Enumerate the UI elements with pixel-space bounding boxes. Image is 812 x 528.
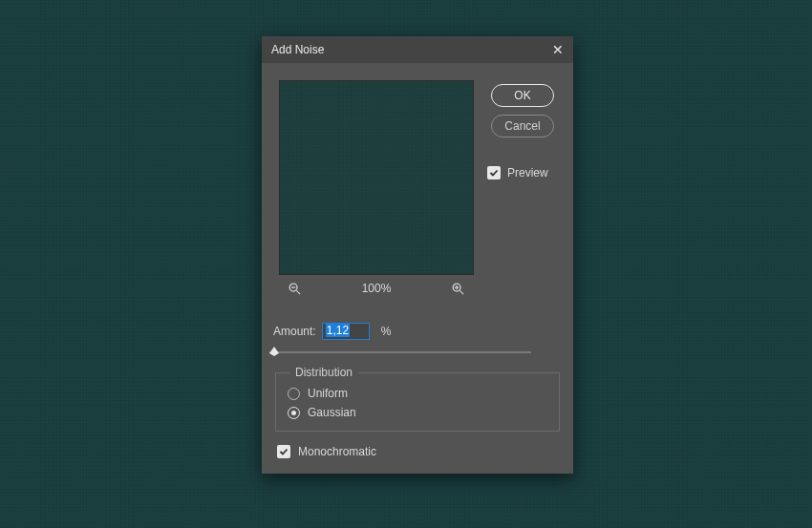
radio-uniform-label: Uniform [308,387,348,400]
zoom-in-icon[interactable] [451,281,466,296]
amount-slider[interactable] [269,346,531,359]
preview-label: Preview [507,166,548,180]
distribution-group: Distribution Uniform Gaussian [275,372,560,432]
dialog-titlebar[interactable]: Add Noise ✕ [262,36,573,63]
dialog-title: Add Noise [271,43,324,56]
slider-thumb-icon[interactable] [268,346,280,357]
amount-input[interactable]: 1,12 [322,323,370,340]
zoom-controls: 100% [279,281,474,296]
svg-line-1 [296,290,300,294]
button-column: OK Cancel Preview [485,71,560,296]
preview-column: 100% [279,71,485,296]
amount-label: Amount: [273,325,316,338]
distribution-legend: Distribution [289,366,358,379]
radio-gaussian[interactable]: Gaussian [288,406,547,419]
preview-toggle[interactable]: Preview [485,166,548,180]
amount-value: 1,12 [326,324,350,337]
preview-image[interactable] [279,80,474,275]
amount-unit: % [381,325,392,338]
zoom-level: 100% [362,282,392,295]
close-icon[interactable]: ✕ [552,43,564,56]
amount-row: Amount: 1,12 % [262,323,573,340]
checkbox-checked-icon [487,166,501,180]
radio-checked-icon [288,407,300,419]
dialog-body: 100% OK Cancel [262,63,573,296]
cancel-button-label: Cancel [504,119,540,133]
radio-uniform[interactable]: Uniform [288,387,547,400]
monochromatic-label: Monochromatic [298,445,376,458]
cancel-button[interactable]: Cancel [491,115,554,137]
svg-line-4 [460,290,464,294]
zoom-out-icon[interactable] [287,281,302,296]
add-noise-dialog: Add Noise ✕ 100% [262,36,573,474]
monochromatic-toggle[interactable]: Monochromatic [277,445,573,458]
slider-track [269,351,531,353]
ok-button-label: OK [514,89,530,102]
checkbox-checked-icon [277,445,290,458]
radio-gaussian-label: Gaussian [308,406,356,419]
ok-button[interactable]: OK [491,84,554,107]
radio-unchecked-icon [288,388,300,400]
